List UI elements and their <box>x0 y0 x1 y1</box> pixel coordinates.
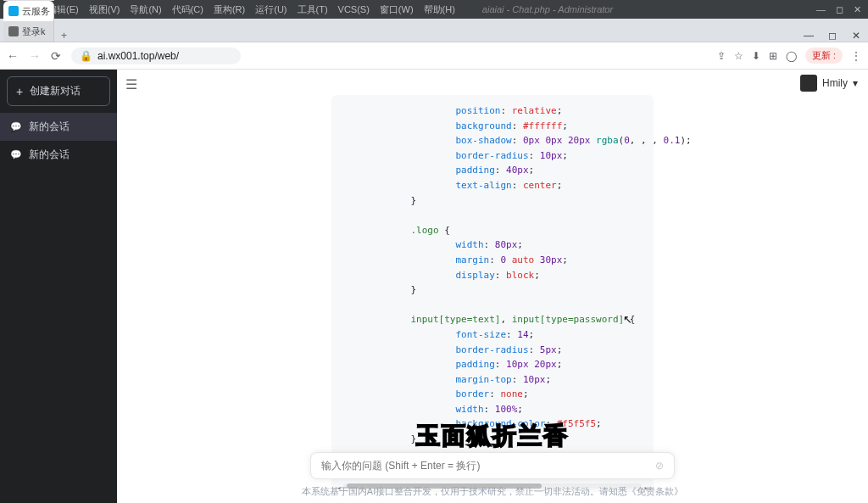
code-line: display: block; <box>343 268 642 283</box>
tab-close-icon[interactable]: ✕ <box>53 7 54 16</box>
url-field[interactable]: 🔒 ai.wx001.top/web/ <box>71 48 241 64</box>
browser-minimize-icon[interactable]: — <box>797 30 821 42</box>
ide-maximize-icon[interactable]: ◻ <box>836 4 843 15</box>
ide-menu-item[interactable]: 窗口(W) <box>380 4 414 14</box>
code-line: padding: 10px 20px; <box>343 357 642 372</box>
new-chat-label: 创建新对话 <box>30 84 81 98</box>
plus-icon: + <box>16 85 23 98</box>
code-line: } <box>343 193 642 209</box>
ide-menu-item[interactable]: 运行(U) <box>255 4 287 14</box>
ide-title-path: aiaiai - Chat.php - Administrator <box>482 4 613 14</box>
tab-label: 登录k <box>22 25 46 38</box>
download-icon[interactable]: ⬇ <box>752 50 760 62</box>
code-line: width: 100%; <box>343 402 642 417</box>
extensions-icon[interactable]: ⊞ <box>769 50 777 62</box>
ide-menu-item[interactable]: 代码(C) <box>172 4 203 14</box>
favicon-icon <box>8 26 19 36</box>
code-line: position: relative; <box>343 103 642 119</box>
sidebar-item[interactable]: 💬新的会话 <box>0 113 117 141</box>
browser-tab[interactable]: 云服务✕ <box>3 1 54 21</box>
code-line: text-align: center; <box>343 178 642 193</box>
chat-input[interactable] <box>321 460 655 472</box>
sidebar-item[interactable]: 💬新的会话 <box>0 141 117 169</box>
new-chat-button[interactable]: + 创建新对话 <box>7 76 110 106</box>
ide-menu-item[interactable]: 视图(V) <box>89 4 120 14</box>
lock-icon: 🔒 <box>80 50 92 62</box>
code-line <box>343 208 642 223</box>
code-line: } <box>343 282 642 298</box>
sidebar-item-label: 新的会话 <box>29 120 70 134</box>
code-line <box>343 298 642 313</box>
code-line: padding: 40px; <box>343 163 642 178</box>
menu-icon[interactable]: ⋮ <box>851 50 861 62</box>
share-icon[interactable]: ⇪ <box>717 50 726 62</box>
address-bar: ← → ⟳ 🔒 ai.wx001.top/web/ ⇪ ☆ ⬇ ⊞ ◯ 更新 :… <box>0 42 868 70</box>
code-line: width: 80px; <box>343 238 642 253</box>
chat-icon: 💬 <box>10 149 22 160</box>
browser-tab-strip: 登录怎么让我还来ChatG(1) ch[VegaStableMidjoSam D… <box>0 19 868 42</box>
clear-input-icon[interactable]: ⊘ <box>655 460 664 472</box>
code-line: border-radius: 5px; <box>343 343 642 358</box>
nav-reload-icon[interactable]: ⟳ <box>51 49 61 63</box>
browser-maximize-icon[interactable]: ◻ <box>821 30 844 42</box>
footer-note: 本系统基于国内AI接口整合开发，仅用于技术研究，禁止一切非法活动。请知悉《免责条… <box>302 485 683 498</box>
profile-icon[interactable]: ◯ <box>786 50 797 62</box>
ide-window-controls: — ◻ ✕ <box>816 4 861 15</box>
bookmark-icon[interactable]: ☆ <box>734 50 743 62</box>
main-area: ☰ Hmily ▾ position: relative; background… <box>117 70 868 503</box>
ide-close-icon[interactable]: ✕ <box>854 4 861 15</box>
code-line: box-shadow: 0px 0px 20px rgba(0, , , 0.1… <box>343 133 642 148</box>
nav-forward-icon[interactable]: → <box>29 49 41 63</box>
code-line: margin: 0 auto 30px; <box>343 253 642 268</box>
ide-menu-item[interactable]: VCS(S) <box>338 4 370 14</box>
ide-menubar: 文件(F)编辑(E)视图(V)导航(N)代码(C)重构(R)运行(U)工具(T)… <box>0 0 868 19</box>
code-line: input[type=text], input[type=password] { <box>343 312 642 327</box>
code-line: border-radius: 10px; <box>343 148 642 164</box>
user-menu[interactable]: Hmily ▾ <box>800 75 858 92</box>
chat-icon: 💬 <box>10 121 22 132</box>
ide-menu-item[interactable]: 帮助(H) <box>424 4 455 14</box>
ide-minimize-icon[interactable]: — <box>816 4 826 15</box>
code-line: border: none; <box>343 387 642 402</box>
favicon-icon <box>8 6 19 16</box>
code-line: } <box>343 432 642 447</box>
code-line: .logo { <box>343 223 642 238</box>
browser-close-icon[interactable]: ✕ <box>844 30 868 42</box>
code-line: background-color: #f5f5f5; <box>343 416 642 432</box>
code-block: position: relative; background: #ffffff;… <box>331 95 654 492</box>
username-label: Hmily <box>822 77 848 89</box>
url-text: ai.wx001.top/web/ <box>97 50 179 62</box>
code-line: font-size: 14; <box>343 327 642 343</box>
browser-tab[interactable]: 登录k <box>3 21 54 42</box>
sidebar-item-label: 新的会话 <box>29 148 70 162</box>
ide-menu-item[interactable]: 工具(T) <box>298 4 328 14</box>
avatar <box>800 75 817 92</box>
new-tab-button[interactable]: + <box>54 30 74 42</box>
ide-menu-item[interactable]: 重构(R) <box>214 4 245 14</box>
chat-input-container: ⊘ <box>310 452 675 479</box>
chevron-down-icon: ▾ <box>853 77 858 89</box>
sidebar: + 创建新对话 💬新的会话💬新的会话 <box>0 70 117 503</box>
code-line: margin-top: 10px; <box>343 372 642 388</box>
code-line: background: #ffffff; <box>343 119 642 134</box>
nav-back-icon[interactable]: ← <box>7 49 19 63</box>
update-button[interactable]: 更新 : <box>805 48 843 64</box>
ide-menu-item[interactable]: 导航(N) <box>130 4 161 14</box>
tab-label: 云服务 <box>22 5 50 18</box>
collapse-sidebar-icon[interactable]: ☰ <box>125 76 137 92</box>
